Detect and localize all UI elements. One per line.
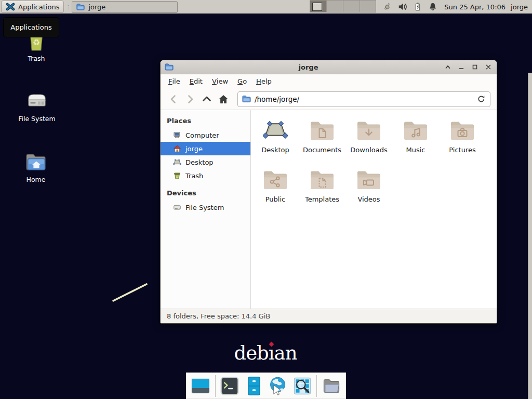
- panel-handle: ⋮: [65, 4, 70, 10]
- folder-downloads[interactable]: Downloads: [345, 117, 392, 167]
- network-plug-icon[interactable]: [382, 2, 393, 12]
- menu-file[interactable]: File: [164, 74, 185, 88]
- workspace-3[interactable]: [343, 0, 360, 12]
- folder-public[interactable]: Public: [252, 167, 299, 216]
- devices-header: Devices: [161, 185, 250, 201]
- sidebar-item-label: Trash: [185, 172, 203, 180]
- maximize-button[interactable]: [470, 63, 479, 72]
- username-label[interactable]: jorge: [511, 3, 528, 11]
- window-title: jorge: [174, 63, 443, 71]
- workspace-2[interactable]: [326, 0, 343, 12]
- i-computer: [173, 131, 181, 139]
- e-camera: [450, 117, 475, 142]
- dock-web-browser-button[interactable]: [267, 375, 289, 397]
- statusbar-text: 8 folders, Free space: 14.4 GiB: [167, 312, 270, 320]
- sidebar-item-jorge[interactable]: jorge: [161, 142, 250, 155]
- folder-templates[interactable]: Templates: [299, 167, 345, 216]
- dock-separator: [215, 375, 216, 397]
- notifications-bell-icon[interactable]: [428, 2, 438, 12]
- top-panel: Applications ⋮ jorge Sun 25 Apr, 10:06 j…: [0, 0, 532, 14]
- sidebar-item-label: Desktop: [185, 158, 214, 166]
- dock-separator: [316, 375, 317, 397]
- sidebar-item-computer[interactable]: Computer: [161, 128, 250, 142]
- dock-directory-menu-button[interactable]: [321, 375, 342, 397]
- e-music: [403, 117, 428, 142]
- folder-documents[interactable]: Documents: [299, 117, 345, 167]
- clock[interactable]: Sun 25 Apr, 10:06: [444, 3, 506, 11]
- desktop-screen: Applications ⋮ jorge Sun 25 Apr, 10:06 j…: [0, 0, 532, 399]
- e-document: [310, 117, 335, 142]
- applications-menu-label: Applications: [18, 3, 59, 11]
- i-desktop-sym: [173, 158, 181, 166]
- window-titlebar[interactable]: jorge: [161, 60, 497, 74]
- workspace-window-thumb: [312, 3, 322, 11]
- dock-file-manager-button[interactable]: [243, 375, 265, 397]
- sidebar-item-trash[interactable]: Trash: [161, 169, 250, 182]
- close-button[interactable]: [484, 63, 493, 72]
- places-header: Places: [161, 113, 250, 128]
- folder-label: Desktop: [261, 146, 289, 154]
- applications-tooltip: Applications: [3, 17, 59, 37]
- sidebar-item-label: jorge: [185, 145, 203, 153]
- home-button[interactable]: [217, 92, 230, 106]
- workspace-1[interactable]: [310, 0, 326, 12]
- back-button[interactable]: [167, 92, 180, 106]
- volume-icon[interactable]: [397, 2, 408, 12]
- workspace-4[interactable]: [360, 0, 376, 12]
- applications-menu-button[interactable]: Applications: [1, 1, 64, 13]
- reload-icon[interactable]: [477, 95, 486, 103]
- i-dock-finder: [292, 376, 313, 396]
- e-share: [263, 167, 288, 192]
- i-dock-globe: [268, 376, 288, 396]
- i-home-big: [23, 149, 48, 174]
- menu-view[interactable]: View: [207, 74, 233, 88]
- e-download: [356, 117, 381, 142]
- folder-desktop[interactable]: Desktop: [252, 117, 299, 167]
- i-dock-terminal: [219, 376, 240, 396]
- menu-go[interactable]: Go: [233, 74, 251, 88]
- file-manager-window: jorge FileEditViewGoHelp: [160, 60, 497, 324]
- folder-pictures[interactable]: Pictures: [439, 117, 486, 167]
- i-dock-desktop: [190, 376, 211, 396]
- menu-help[interactable]: Help: [251, 74, 276, 88]
- desktop-icon-label: Home: [26, 176, 46, 183]
- folder-label: Pictures: [449, 146, 475, 154]
- e-template: [310, 167, 335, 192]
- folder-music[interactable]: Music: [392, 117, 439, 167]
- dock-show-desktop-button[interactable]: [190, 375, 211, 397]
- i-drive-big: [24, 88, 49, 113]
- sidebar-item-desktop[interactable]: Desktop: [161, 155, 250, 169]
- location-folder-icon: [242, 95, 251, 103]
- dock-app-finder-button[interactable]: [291, 375, 313, 397]
- up-button[interactable]: [200, 92, 214, 106]
- taskbar-window-button[interactable]: jorge: [72, 1, 178, 13]
- folder-label: Music: [406, 146, 425, 154]
- folder-videos[interactable]: Videos: [345, 167, 392, 216]
- location-path[interactable]: /home/jorge/: [255, 95, 473, 103]
- desktop-icon-label: Trash: [28, 55, 45, 62]
- i-home-red: [173, 144, 181, 153]
- debian-red-diamond: [269, 342, 274, 347]
- folder-label: Public: [265, 195, 285, 203]
- minimize-button[interactable]: [457, 63, 466, 72]
- location-bar[interactable]: /home/jorge/: [237, 91, 490, 107]
- desktop-icon-label: File System: [18, 115, 56, 123]
- i-drive-mini: [173, 203, 181, 211]
- menu-edit[interactable]: Edit: [185, 74, 207, 88]
- right-edge-panel[interactable]: [528, 73, 532, 399]
- dock-terminal-button[interactable]: [219, 375, 241, 397]
- system-tray: [382, 2, 438, 12]
- i-bell: [428, 2, 438, 12]
- folder-label: Documents: [303, 146, 341, 154]
- xfce-logo-icon: [6, 2, 15, 11]
- forward-button[interactable]: [183, 92, 197, 106]
- sidebar-item-file-system[interactable]: File System: [161, 201, 250, 214]
- battery-charging-icon[interactable]: [413, 2, 423, 12]
- sidebar-item-label: File System: [185, 204, 224, 211]
- folder-label: Videos: [357, 195, 380, 203]
- folder-label: Downloads: [350, 146, 387, 154]
- window-folder-icon: [165, 63, 174, 71]
- shade-button[interactable]: [443, 63, 452, 72]
- desktop-icon-file-system[interactable]: File System: [13, 88, 61, 123]
- desktop-icon-home[interactable]: Home: [12, 149, 60, 183]
